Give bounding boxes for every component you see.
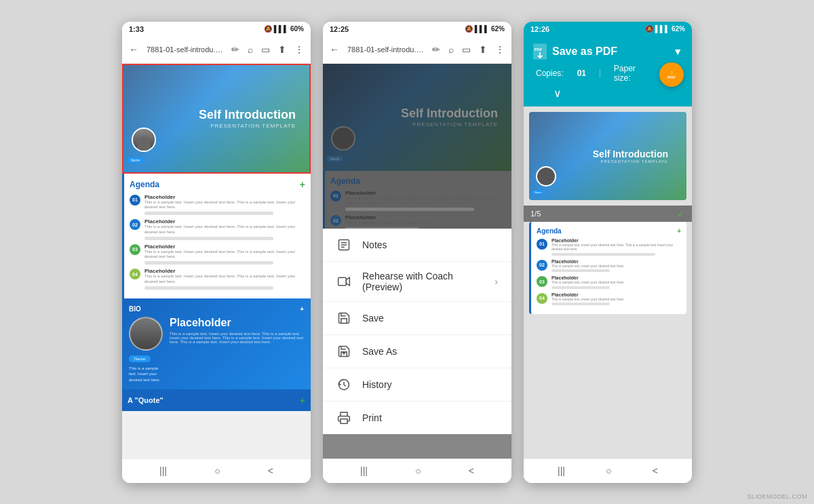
slide-counter-check: ✓ (677, 208, 685, 219)
more-icon-middle[interactable]: ⋮ (495, 44, 505, 55)
edit-icon-middle[interactable]: ✏ (432, 44, 440, 55)
agenda-item-3: 03 Placeholder This is a sample text. In… (130, 244, 305, 265)
signal-right: ▌▌▌ (655, 25, 670, 33)
nav-bar-middle: ||| ○ < (323, 459, 511, 483)
paper-size-label: Paper size: (614, 64, 646, 83)
battery-right: 62% (672, 25, 685, 33)
agenda-item-1: 01 Placeholder This is a sample text. In… (130, 194, 305, 216)
notes-icon (336, 237, 351, 252)
save-as-label: Save As (362, 346, 498, 357)
pdf-avatar (536, 166, 556, 187)
battery-left: 60% (290, 25, 304, 33)
divider (600, 69, 600, 77)
silent-icon: 🔕 (264, 25, 272, 33)
svg-rect-4 (338, 277, 347, 286)
svg-rect-7 (341, 419, 347, 423)
pdf-chevron-down[interactable]: ∨ (554, 88, 562, 99)
pdf-pres-bg: Name Self Introduction PRESENTATION TEMP… (529, 112, 686, 200)
signal-left: ▌▌▌ (274, 25, 288, 33)
pdf-agenda-items: 01 Placeholder This is sample text, inse… (537, 238, 681, 306)
avatar-left (132, 128, 156, 152)
rehearse-chevron: › (495, 276, 498, 287)
notes-label: Notes (362, 239, 498, 250)
bio-name-badge: Name (129, 355, 151, 362)
menu-nav-right[interactable]: ||| (558, 465, 565, 476)
search-icon-left[interactable]: ⌕ (248, 44, 253, 55)
signal-middle: ▌▌▌ (475, 25, 489, 33)
back-nav-left[interactable]: < (268, 465, 273, 476)
bio-content-left: Name This is a sample text. Insert your … (129, 317, 304, 383)
agenda-title-left: Agenda + (130, 179, 305, 190)
present-icon-left[interactable]: ▭ (261, 44, 270, 55)
share-icon-left[interactable]: ⬆ (278, 44, 286, 55)
pdf-title: Save as PDF (552, 45, 667, 58)
print-label: Print (362, 412, 498, 423)
nav-bar-right: ||| ○ < (524, 459, 692, 483)
slide-counter: 1/5 ✓ (524, 206, 692, 222)
pdf-agenda-slide: Agenda + 01 Placeholder This is sample t… (529, 222, 686, 315)
agenda-slide-left[interactable]: Agenda + 01 Placeholder This is a sample… (122, 174, 311, 298)
pdf-agenda-item-4: 04 Placeholder This is sample text, inse… (537, 292, 681, 306)
history-label: History (362, 379, 498, 390)
slide-content-middle: Self Introduction PRESENTATION TEMPLATE … (323, 64, 511, 459)
bio-avatar (129, 317, 163, 351)
menu-item-print[interactable]: Print (323, 402, 511, 434)
search-icon-middle[interactable]: ⌕ (448, 44, 454, 55)
menu-nav-left[interactable]: ||| (159, 465, 167, 476)
agenda-item-4: 04 Placeholder This is a sample text. In… (130, 268, 305, 290)
pdf-header-top: PDF Save as PDF ▼ (533, 43, 682, 60)
menu-item-notes[interactable]: Notes (323, 229, 511, 262)
save-label: Save (362, 313, 498, 324)
back-nav-middle[interactable]: < (469, 465, 474, 476)
menu-item-history[interactable]: History (323, 368, 511, 402)
quote-slide-left[interactable]: A "Quote" + (122, 389, 311, 411)
pdf-title-slide: Name Self Introduction PRESENTATION TEMP… (529, 112, 686, 200)
pdf-download-button[interactable]: ↓ PDF (659, 62, 684, 87)
menu-item-save-as[interactable]: Save As (323, 335, 511, 368)
back-button-left[interactable]: ← (129, 44, 138, 55)
menu-item-save[interactable]: Save (323, 302, 511, 335)
svg-marker-5 (346, 277, 349, 286)
toolbar-middle: ← 7881-01-self-introdu...point-template-… (323, 37, 511, 64)
status-bar-right: 12:26 🔕 ▌▌▌ 62% (524, 22, 692, 37)
edit-icon-left[interactable]: ✏ (231, 44, 239, 55)
svg-text:PDF: PDF (535, 47, 543, 52)
bio-slide-left[interactable]: BIO + Name This is a sample text. Insert… (122, 298, 311, 389)
pdf-dropdown-icon[interactable]: ▼ (673, 46, 682, 57)
present-icon-middle[interactable]: ▭ (462, 44, 471, 55)
status-bar-left: 1:33 🔕 ▌▌▌ 60% (122, 22, 311, 37)
quote-add-left[interactable]: + (300, 395, 305, 406)
menu-nav-middle[interactable]: ||| (360, 465, 368, 476)
bio-right: Placeholder This is a sample text. Inser… (170, 317, 304, 383)
back-button-middle[interactable]: ← (330, 44, 339, 55)
nav-bar-left: ||| ○ < (122, 459, 311, 483)
pdf-icon-block: PDF (533, 43, 547, 60)
copies-label: Copies: (536, 69, 564, 78)
copies-value: 01 (577, 69, 586, 78)
history-icon (336, 377, 351, 392)
back-nav-right[interactable]: < (653, 465, 658, 476)
title-slide-bg: Name Self Introduction PRESENTATION TEMP… (123, 65, 309, 172)
pdf-agenda-item-2: 02 Placeholder This is sample text, inse… (537, 259, 681, 273)
status-icons-middle: 🔕 ▌▌▌ 62% (465, 25, 505, 33)
battery-middle: 62% (491, 25, 505, 33)
home-nav-right[interactable]: ○ (606, 465, 611, 476)
agenda-item-2: 02 Placeholder This is a sample text. In… (130, 218, 305, 240)
menu-item-rehearse[interactable]: Rehearse with Coach (Preview) › (323, 262, 511, 302)
home-nav-left[interactable]: ○ (214, 465, 220, 476)
rehearse-icon (336, 274, 351, 289)
pdf-download-icon: PDF (533, 43, 547, 60)
pdf-content: Name Self Introduction PRESENTATION TEMP… (524, 106, 692, 459)
agenda-add-left[interactable]: + (300, 179, 305, 190)
share-icon-middle[interactable]: ⬆ (479, 44, 487, 55)
pdf-name-badge: Name (532, 190, 545, 195)
time-right: 12:26 (530, 25, 549, 33)
save-icon (336, 311, 351, 326)
more-icon-left[interactable]: ⋮ (294, 44, 304, 55)
home-nav-middle[interactable]: ○ (415, 465, 421, 476)
pdf-agenda-title: Agenda + (537, 227, 681, 235)
silent-icon-right: 🔕 (645, 25, 653, 33)
title-slide-left[interactable]: Name Self Introduction PRESENTATION TEMP… (122, 64, 311, 174)
silent-icon-mid: 🔕 (465, 25, 473, 33)
pdf-agenda-add[interactable]: + (677, 227, 681, 235)
